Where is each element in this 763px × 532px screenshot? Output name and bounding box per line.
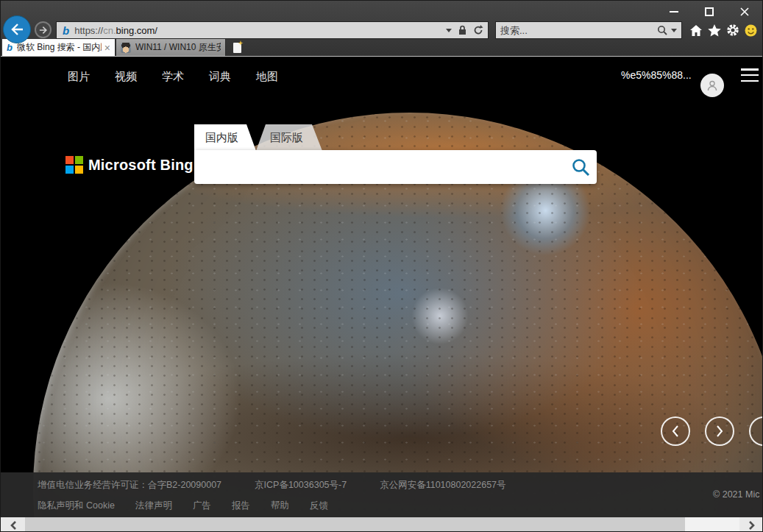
forward-arrow-icon bbox=[38, 25, 49, 35]
url-dropdown-icon[interactable] bbox=[446, 29, 452, 32]
favorites-button[interactable] bbox=[706, 23, 723, 38]
carousel-next-button[interactable] bbox=[705, 416, 734, 446]
tab-domestic[interactable]: 国内版 bbox=[194, 124, 256, 151]
sparkle-icon bbox=[238, 40, 244, 46]
horizontal-scrollbar[interactable] bbox=[1, 517, 763, 532]
bing-search-button[interactable] bbox=[564, 150, 597, 184]
gear-icon bbox=[726, 24, 739, 37]
nav-images[interactable]: 图片 bbox=[68, 70, 90, 84]
bing-favicon: b bbox=[7, 42, 13, 53]
home-icon bbox=[689, 24, 703, 37]
url-text: https://cn.bing.com/ bbox=[74, 25, 446, 36]
bing-search-input[interactable] bbox=[194, 150, 564, 184]
new-tab-button[interactable] bbox=[230, 41, 244, 54]
chevron-left-icon bbox=[670, 425, 681, 438]
license-text: 增值电信业务经营许可证：合字B2-20090007 bbox=[38, 479, 221, 492]
back-arrow-icon bbox=[9, 21, 25, 38]
star-icon bbox=[708, 24, 721, 37]
copyright-text: © 2021 Mic bbox=[713, 489, 759, 500]
close-icon bbox=[739, 7, 750, 17]
footer-licenses: 增值电信业务经营许可证：合字B2-20090007 京ICP备10036305号… bbox=[38, 479, 506, 492]
search-dropdown-icon[interactable] bbox=[671, 29, 677, 32]
tab-international[interactable]: 国际版 bbox=[256, 124, 322, 151]
nav-maps[interactable]: 地图 bbox=[256, 70, 278, 84]
home-button[interactable] bbox=[688, 23, 704, 38]
privacy-link[interactable]: 隐私声明和 Cookie bbox=[38, 500, 115, 512]
tab-close-icon[interactable]: × bbox=[104, 43, 110, 53]
feedback-link[interactable]: 反馈 bbox=[310, 500, 328, 512]
page-footer: 增值电信业务经营许可证：合字B2-20090007 京ICP备10036305号… bbox=[1, 472, 763, 517]
scrollbar-thumb[interactable] bbox=[25, 517, 685, 532]
nav-videos[interactable]: 视频 bbox=[115, 70, 137, 84]
hamburger-menu-button[interactable] bbox=[741, 68, 759, 82]
address-bar[interactable]: b https://cn.bing.com/ bbox=[56, 21, 489, 39]
person-icon bbox=[706, 79, 719, 92]
back-button[interactable] bbox=[3, 15, 31, 43]
report-link[interactable]: 报告 bbox=[232, 500, 250, 512]
minimize-button[interactable] bbox=[661, 4, 686, 20]
icp-license-link[interactable]: 京ICP备10036305号-7 bbox=[255, 479, 347, 492]
microsoft-bing-logo: Microsoft Bing bbox=[65, 156, 194, 174]
tab-bar: b 微软 Bing 搜索 - 国内版 × WIN11 / WIN10 原生安卓协… bbox=[1, 39, 763, 56]
chrome-search-input[interactable] bbox=[496, 25, 657, 36]
search-icon bbox=[571, 157, 591, 177]
microsoft-logo-icon bbox=[65, 156, 83, 174]
security-license-link[interactable]: 京公网安备11010802022657号 bbox=[380, 479, 505, 492]
browser-window: b https://cn.bing.com/ bbox=[0, 0, 763, 532]
lock-icon bbox=[458, 25, 467, 35]
tab-favicon-avatar bbox=[121, 43, 131, 53]
chevron-right-icon bbox=[714, 425, 725, 438]
ads-link[interactable]: 广告 bbox=[193, 500, 211, 512]
bing-favicon: b bbox=[63, 25, 69, 36]
feedback-button[interactable] bbox=[742, 23, 759, 38]
chevron-left-icon bbox=[10, 521, 17, 530]
footer-links: 隐私声明和 Cookie 法律声明 广告 报告 帮助 反馈 bbox=[38, 500, 328, 512]
carousel-prev-button[interactable] bbox=[661, 416, 690, 446]
maximize-icon bbox=[705, 7, 714, 16]
scroll-left-button[interactable] bbox=[1, 517, 25, 532]
legal-link[interactable]: 法律声明 bbox=[135, 500, 172, 512]
browser-chrome: b https://cn.bing.com/ bbox=[1, 1, 763, 57]
refresh-icon[interactable] bbox=[473, 25, 483, 35]
new-tab-icon bbox=[233, 43, 241, 53]
page-viewport: 图片 视频 学术 词典 地图 %e5%85%88... Microsoft Bi… bbox=[1, 57, 763, 517]
settings-button[interactable] bbox=[725, 23, 741, 38]
nav-dictionary[interactable]: 词典 bbox=[209, 70, 231, 84]
logo-text: Microsoft Bing bbox=[88, 157, 194, 174]
chevron-right-icon bbox=[748, 521, 756, 530]
search-icon[interactable] bbox=[657, 25, 668, 36]
help-link[interactable]: 帮助 bbox=[271, 500, 289, 512]
tab-title: 微软 Bing 搜索 - 国内版 bbox=[17, 41, 102, 54]
bing-search-bar bbox=[194, 150, 597, 184]
smiley-icon bbox=[745, 24, 757, 37]
chrome-search-box[interactable] bbox=[495, 21, 682, 39]
tab-win11[interactable]: WIN11 / WIN10 原生安卓协... bbox=[116, 39, 226, 56]
account-link[interactable]: %e5%85%88... bbox=[621, 69, 692, 81]
maximize-button[interactable] bbox=[697, 4, 722, 20]
hamburger-icon bbox=[741, 68, 759, 71]
close-button[interactable] bbox=[732, 4, 757, 20]
avatar-button[interactable] bbox=[700, 74, 724, 97]
tab-title: WIN11 / WIN10 原生安卓协... bbox=[135, 41, 221, 54]
scroll-right-button[interactable] bbox=[739, 517, 763, 532]
forward-button[interactable] bbox=[35, 21, 52, 38]
nav-academic[interactable]: 学术 bbox=[162, 70, 184, 84]
minimize-icon bbox=[670, 11, 678, 13]
